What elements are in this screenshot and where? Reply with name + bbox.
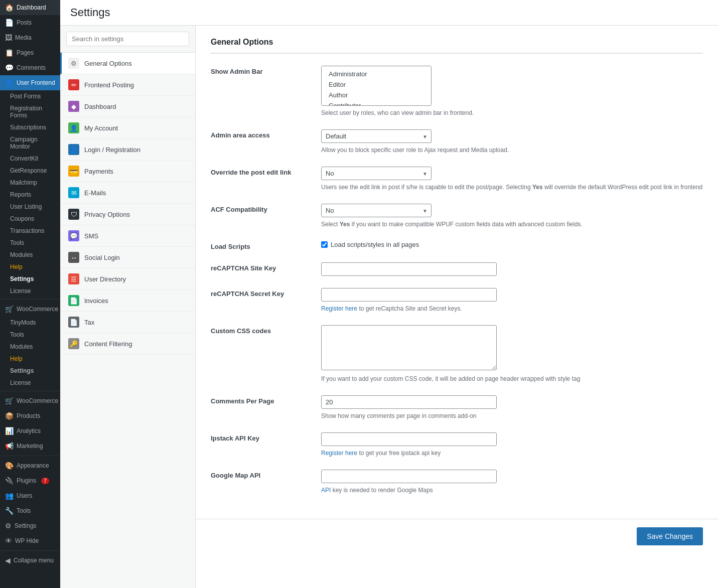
sidebar-sub-campaign-monitor[interactable]: Campaign Monitor [0,133,60,153]
sidebar-item-users[interactable]: 👥 Users [0,488,60,503]
google-map-api-hint: API key is needed to render Google Maps [321,486,703,495]
comments-per-page-input[interactable] [321,395,497,409]
sidebar-sub-mailchimp[interactable]: Mailchimp [0,177,60,189]
dashboard-settings-icon: ◆ [68,101,79,112]
admin-area-access-select[interactable]: Default [321,129,432,143]
comments-per-page-row: Comments Per Page Show how many comments… [211,395,703,420]
sidebar-sub-getresponse[interactable]: GetResponse [0,165,60,177]
sidebar-item-analytics[interactable]: 📊 Analytics [0,423,60,438]
sidebar-sub-modules[interactable]: Modules [0,249,60,261]
settings-menu-item-login-registration[interactable]: 👤 Login / Registration [60,139,195,161]
override-post-edit-link-hint: Users see the edit link in post if s/he … [321,183,703,192]
users-icon: 👥 [5,492,14,500]
sidebar-sub-convertkit[interactable]: ConvertKit [0,153,60,165]
emails-icon: ✉ [68,187,79,198]
sidebar-sub-reports[interactable]: Reports [0,189,60,201]
ipstack-register-link[interactable]: Register here [321,450,357,457]
sidebar-sub-registration-forms[interactable]: Registration Forms [0,102,60,121]
override-post-edit-link-row: Override the post edit link No Yes Users… [211,167,703,192]
sidebar-sub-user-listing[interactable]: User Listing [0,201,60,213]
sidebar-item-settings[interactable]: ⚙ Settings [0,518,60,533]
settings-icon: ⚙ [5,522,12,530]
sidebar-item-products[interactable]: 📦 Products [0,408,60,423]
acf-compatibility-select[interactable]: No Yes [321,204,432,217]
sidebar-item-woocommerce[interactable]: 🛒 WooCommerce [0,302,60,317]
privacy-options-icon: 🛡 [68,209,79,220]
admin-area-access-wrapper: Default [321,129,432,143]
recaptcha-site-key-row: reCAPTCHA Site Key [211,262,703,276]
sidebar-item-media[interactable]: 🖼 Media [0,30,60,45]
sidebar-item-plugins[interactable]: 🔌 Plugins 7 [0,473,60,488]
role-administrator: Administrator [326,69,417,79]
sidebar-item-woocommerce2[interactable]: 🛒 WooCommerce [0,393,60,408]
social-login-icon: ↔ [68,252,79,263]
ipstack-api-key-hint: Register here to get your free ipstack a… [321,449,703,458]
recaptcha-site-key-input[interactable] [321,262,497,276]
sidebar-item-marketing[interactable]: 📢 Marketing [0,438,60,454]
settings-menu-item-payments[interactable]: 💳 Payments [60,161,195,182]
sidebar-sub-help2[interactable]: Help [0,353,60,365]
settings-menu-item-privacy-options[interactable]: 🛡 Privacy Options [60,204,195,225]
sidebar-sub-coupons[interactable]: Coupons [0,213,60,225]
plugins-icon: 🔌 [5,477,14,485]
sidebar-item-tools[interactable]: 🔧 Tools [0,503,60,518]
posts-icon: 📄 [5,19,14,27]
show-admin-bar-select[interactable]: Administrator Editor Author Contributor [321,66,432,106]
google-map-api-input[interactable] [321,470,497,483]
sidebar-sub-settings[interactable]: Settings [0,273,60,285]
sidebar-item-comments[interactable]: 💬 Comments [0,60,60,75]
sidebar-sub-help[interactable]: Help [0,261,60,273]
sidebar-sub-tinymods[interactable]: TinyMods [0,317,60,329]
sidebar-sub-license2[interactable]: License [0,377,60,389]
load-scripts-checkbox[interactable] [321,241,328,248]
ipstack-api-key-label: Ipstack API Key [211,432,311,442]
sidebar-item-appearance[interactable]: 🎨 Appearance [0,458,60,473]
google-map-api-link[interactable]: API [321,487,331,494]
acf-compatibility-label: ACF Compatibility [211,204,311,213]
sidebar-sub-modules2[interactable]: Modules [0,341,60,353]
load-scripts-checkbox-label: Load scripts/styles in all pages [321,241,703,248]
recaptcha-secret-key-input[interactable] [321,288,497,302]
settings-menu-item-tax[interactable]: 📄 Tax [60,312,195,333]
settings-menu-item-content-filtering[interactable]: 🔑 Content Filtering [60,333,195,355]
admin-area-access-field: Default Allow you to block specific user… [321,129,703,155]
sidebar-item-wp-hide[interactable]: 👁 WP Hide [0,533,60,548]
sidebar-sub-transactions[interactable]: Transactions [0,225,60,237]
sidebar-sub-settings2[interactable]: Settings [0,365,60,377]
sidebar-sub-subscriptions[interactable]: Subscriptions [0,121,60,133]
sidebar-sub-tools2[interactable]: Tools [0,329,60,341]
google-map-api-label: Google Map API [211,470,311,479]
recaptcha-register-link[interactable]: Register here [321,305,357,312]
login-registration-icon: 👤 [68,144,79,155]
sidebar-item-dashboard[interactable]: 🏠 Dashboard [0,0,60,15]
content-filtering-icon: 🔑 [68,338,79,349]
settings-menu-item-invoices[interactable]: 📄 Invoices [60,290,195,312]
sidebar-sub-tools[interactable]: Tools [0,237,60,249]
dashboard-icon: 🏠 [5,4,14,12]
recaptcha-secret-key-hint: Register here to get reCaptcha Site and … [321,304,703,313]
save-changes-button[interactable]: Save Changes [637,527,703,545]
settings-menu-item-sms[interactable]: 💬 SMS [60,225,195,247]
settings-search-input[interactable] [66,32,189,46]
settings-menu-item-emails[interactable]: ✉ E-Mails [60,182,195,204]
settings-menu-item-my-account[interactable]: 👤 My Account [60,117,195,139]
sidebar-item-pages[interactable]: 📋 Pages [0,45,60,60]
recaptcha-site-key-field [321,262,703,276]
settings-menu-item-dashboard[interactable]: ◆ Dashboard [60,96,195,117]
override-post-edit-link-select[interactable]: No Yes [321,167,432,180]
sidebar-item-posts[interactable]: 📄 Posts [0,15,60,30]
appearance-icon: 🎨 [5,462,14,470]
sidebar-item-user-frontend[interactable]: 👤 User Frontend [0,75,60,90]
sidebar-sub-post-forms[interactable]: Post Forms [0,90,60,102]
ipstack-api-key-input[interactable] [321,432,497,446]
recaptcha-secret-key-field: Register here to get reCaptcha Site and … [321,288,703,313]
sidebar-sub-license[interactable]: License [0,285,60,297]
settings-search-container [60,26,195,53]
settings-menu-item-frontend-posting[interactable]: ✏ Frontend Posting [60,74,195,96]
settings-menu-item-general-options[interactable]: ⚙ General Options [60,53,195,74]
settings-menu-item-social-login[interactable]: ↔ Social Login [60,247,195,268]
acf-compatibility-hint: Select Yes if you want to make compatibl… [321,220,703,229]
sidebar-item-collapse[interactable]: ◀ Collapse menu [0,553,60,568]
settings-menu-item-user-directory[interactable]: ☰ User Directory [60,268,195,290]
custom-css-textarea[interactable] [321,325,497,370]
